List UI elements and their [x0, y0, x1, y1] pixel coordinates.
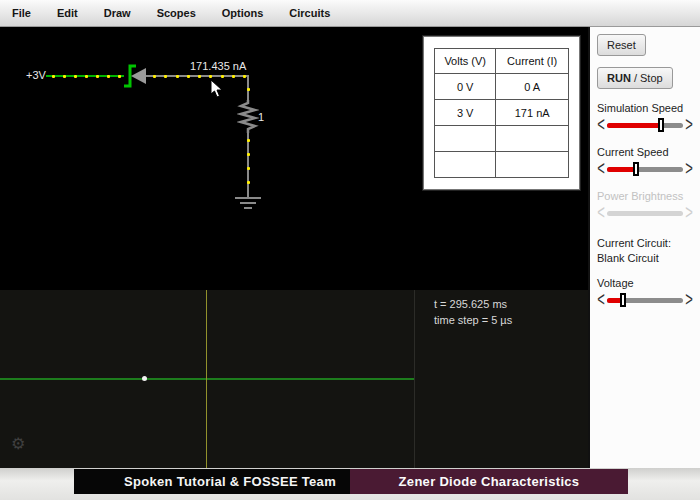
slider-increase-icon[interactable]: >	[685, 159, 693, 180]
current-dot	[52, 75, 55, 78]
current-dot	[247, 167, 250, 170]
current-readout-label: 171.435 nA	[190, 60, 246, 72]
current-dot	[221, 75, 224, 78]
reset-button[interactable]: Reset	[597, 34, 646, 56]
table-cell	[435, 152, 496, 178]
current-dot	[107, 75, 110, 78]
volts-current-table: Volts (V) Current (I) 0 V0 A3 V171 nA	[434, 48, 569, 178]
menu-item-edit[interactable]: Edit	[57, 7, 78, 19]
ground-icon-line3	[244, 207, 252, 209]
stop-label: / Stop	[631, 72, 663, 84]
scope-sample-dot	[142, 376, 147, 381]
slider-decrease-icon: <	[597, 203, 605, 224]
table-cell: 0 V	[435, 74, 496, 100]
slider-thumb[interactable]	[658, 118, 664, 132]
slider-decrease-icon[interactable]: <	[597, 290, 605, 311]
table-cell	[435, 126, 496, 152]
menu-item-file[interactable]: File	[12, 7, 31, 19]
table-cell	[496, 152, 569, 178]
circuit-canvas[interactable]: +3V 171.435 nA 1	[0, 27, 588, 290]
mouse-cursor-icon	[210, 80, 223, 99]
measurements-panel: Volts (V) Current (I) 0 V0 A3 V171 nA	[423, 36, 580, 190]
current-dot	[247, 153, 250, 156]
table-header-volts: Volts (V)	[435, 49, 496, 74]
resistor-value-label: 1	[258, 111, 264, 123]
menu-item-scopes[interactable]: Scopes	[157, 7, 196, 19]
slider-decrease-icon[interactable]: <	[597, 115, 605, 136]
current-circuit-value: Blank Circuit	[597, 252, 693, 264]
slider-track[interactable]	[607, 123, 683, 128]
slider-track[interactable]	[607, 298, 683, 303]
run-stop-button[interactable]: RUN / Stop	[597, 67, 673, 89]
zener-diode-icon[interactable]	[120, 62, 150, 90]
table-row	[435, 152, 569, 178]
scope-trace-line	[0, 378, 414, 380]
table-row: 0 V0 A	[435, 74, 569, 100]
ground-icon[interactable]	[235, 197, 261, 199]
current-dot	[198, 75, 201, 78]
simulation-speed-label: Simulation Speed	[597, 102, 693, 114]
resistor-icon[interactable]	[237, 100, 259, 134]
slider-decrease-icon[interactable]: <	[597, 159, 605, 180]
current-speed-slider[interactable]: < >	[597, 161, 693, 177]
current-dot	[153, 75, 156, 78]
power-brightness-label: Power Brightness	[597, 190, 693, 202]
current-dot	[74, 75, 77, 78]
menu-item-options[interactable]: Options	[222, 7, 264, 19]
scope-panel-divider	[414, 290, 415, 468]
slider-increase-icon[interactable]: >	[685, 290, 693, 311]
voltage-label: Voltage	[597, 277, 693, 289]
slider-thumb[interactable]	[620, 293, 626, 307]
table-row	[435, 126, 569, 152]
slider-increase-icon[interactable]: >	[685, 115, 693, 136]
run-label: RUN	[607, 72, 631, 84]
ground-icon-line2	[240, 202, 256, 204]
control-sidebar: Reset RUN / Stop Simulation Speed < > Cu…	[588, 27, 700, 468]
slider-increase-icon: >	[685, 203, 693, 224]
gear-icon[interactable]: ⚙	[11, 434, 25, 453]
oscilloscope-panel[interactable]: t = 295.625 ms time step = 5 µs ⚙	[0, 290, 588, 468]
slider-track	[607, 211, 683, 216]
current-dot	[96, 75, 99, 78]
table-cell: 3 V	[435, 100, 496, 126]
current-dot	[243, 75, 246, 78]
current-dot	[209, 75, 212, 78]
voltage-slider[interactable]: < >	[597, 292, 693, 308]
scope-time-label: t = 295.625 ms	[434, 296, 512, 312]
table-cell: 0 A	[496, 74, 569, 100]
current-circuit-label: Current Circuit:	[597, 237, 693, 249]
circuit-simulator-window: FileEditDrawScopesOptionsCircuits +3V 17…	[0, 0, 700, 500]
current-dot	[85, 75, 88, 78]
menu-bar: FileEditDrawScopesOptionsCircuits	[0, 0, 700, 27]
current-dot	[247, 139, 250, 142]
table-cell: 171 nA	[496, 100, 569, 126]
current-dot	[247, 181, 250, 184]
scope-readout: t = 295.625 ms time step = 5 µs	[434, 296, 512, 328]
scope-timestep-label: time step = 5 µs	[434, 312, 512, 328]
slider-thumb[interactable]	[633, 162, 639, 176]
current-dot	[63, 75, 66, 78]
simulation-speed-slider[interactable]: < >	[597, 117, 693, 133]
current-dot	[176, 75, 179, 78]
wire-resistor-to-ground[interactable]	[247, 133, 249, 197]
tutorial-title-label: Zener Diode Characteristics	[350, 469, 628, 494]
current-dot	[118, 75, 121, 78]
current-dot	[247, 88, 250, 91]
credit-team-label: Spoken Tutorial & FOSSEE Team	[74, 469, 350, 494]
power-brightness-slider: < >	[597, 205, 693, 221]
credit-bar: Spoken Tutorial & FOSSEE Team Zener Diod…	[74, 469, 628, 494]
table-row: 3 V171 nA	[435, 100, 569, 126]
slider-track[interactable]	[607, 167, 683, 172]
menu-item-circuits[interactable]: Circuits	[289, 7, 330, 19]
voltage-source-label: +3V	[26, 69, 46, 81]
scope-time-cursor	[206, 290, 207, 468]
current-dot	[232, 75, 235, 78]
current-dot	[187, 75, 190, 78]
table-cell	[496, 126, 569, 152]
table-header-current: Current (I)	[496, 49, 569, 74]
current-dot	[164, 75, 167, 78]
current-speed-label: Current Speed	[597, 146, 693, 158]
menu-item-draw[interactable]: Draw	[104, 7, 131, 19]
